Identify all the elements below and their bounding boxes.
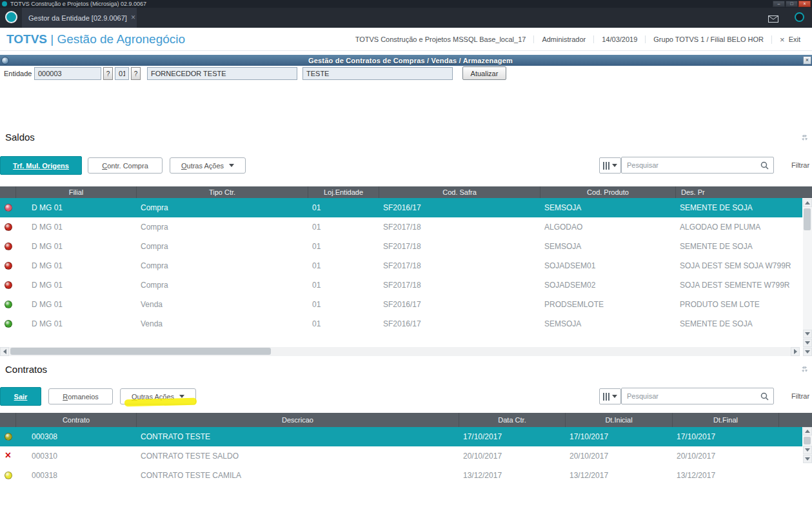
- h-scrollbar-thumb[interactable]: [10, 348, 271, 355]
- column-header-cod-safra[interactable]: Cod. Safra: [379, 186, 540, 198]
- cell-extra: [779, 427, 802, 446]
- contratos-table-header: Contrato Descricao Data Ctr. Dt.Inicial …: [0, 413, 812, 427]
- saldos-filter-link[interactable]: Filtrar: [791, 161, 809, 169]
- saldos-row[interactable]: D MG 01 Venda 01 SF2016/17 SEMSOJA SEMEN…: [0, 314, 802, 334]
- column-header[interactable]: [0, 186, 16, 198]
- saldos-settings-gear-icon[interactable]: [802, 135, 807, 141]
- chevron-down-icon: [612, 164, 617, 167]
- saldos-row[interactable]: D MG 01 Compra 01 SF2017/18 SEMSOJA SEME…: [0, 237, 802, 256]
- contratos-row[interactable]: 000318 CONTRATO TESTE CAMILA 13/12/2017 …: [0, 466, 802, 485]
- saldos-table-header: Filial Tipo Ctr. Loj.Entidade Cod. Safra…: [0, 186, 812, 198]
- scroll-left-button[interactable]: [0, 347, 9, 356]
- saldos-search-input[interactable]: [622, 161, 760, 169]
- saldos-outras-acoes-button[interactable]: Outras Ações: [170, 157, 246, 174]
- saldos-column-selector-button[interactable]: [599, 157, 621, 174]
- group-branch-label: Grupo TOTVS 1 / Filial BELO HOR: [645, 35, 771, 43]
- column-header-data-ctr[interactable]: Data Ctr.: [459, 413, 566, 427]
- contratos-settings-gear-icon[interactable]: [802, 366, 807, 372]
- scroll-end-button[interactable]: [803, 455, 812, 463]
- scroll-page-down-button[interactable]: [803, 339, 812, 347]
- mail-icon[interactable]: [768, 14, 778, 25]
- cell-produto: SEMSOJA: [540, 198, 676, 217]
- scroll-right-button[interactable]: [791, 347, 800, 356]
- store-lookup-button[interactable]: ?: [131, 67, 141, 80]
- store-code-field[interactable]: [115, 67, 129, 80]
- cell-produto: PRODSEMLOTE: [540, 295, 676, 314]
- status-icon: [5, 472, 12, 479]
- column-header[interactable]: [0, 413, 16, 427]
- scroll-down-button[interactable]: [803, 330, 812, 338]
- scroll-up-button[interactable]: [803, 199, 812, 207]
- status-cell: [0, 314, 16, 334]
- scroll-up-button[interactable]: [803, 427, 812, 435]
- contratos-search-input[interactable]: [622, 392, 760, 400]
- contratos-search-box: [621, 388, 774, 404]
- cell-contrato: 000308: [16, 427, 137, 446]
- trf-mul-origens-button[interactable]: Trf. Mul. Origens: [0, 156, 82, 175]
- column-header-dt-final[interactable]: Dt.Final: [673, 413, 779, 427]
- cell-descricao: SEMENTE DE SOJA: [676, 314, 802, 334]
- column-header[interactable]: [779, 413, 812, 427]
- contratos-vertical-scrollbar[interactable]: [803, 427, 812, 463]
- v-scrollbar-thumb[interactable]: [804, 208, 811, 230]
- entity-code-field[interactable]: [34, 67, 101, 80]
- cell-descricao: SEMENTE DE SOJA: [676, 237, 802, 256]
- cell-produto: SOJADSEM01: [540, 256, 676, 275]
- saldos-row[interactable]: D MG 01 Compra 01 SF2017/18 SOJADSEM01 S…: [0, 256, 802, 275]
- entity-short-name-field[interactable]: [302, 67, 453, 80]
- dialog-close-button[interactable]: ×: [803, 56, 811, 65]
- tab-close-icon[interactable]: ×: [131, 14, 135, 21]
- saldos-vertical-scrollbar[interactable]: [803, 199, 812, 356]
- contr-compra-button[interactable]: Contr. Compra: [88, 157, 163, 174]
- cell-loja: 01: [308, 314, 379, 334]
- saldos-row[interactable]: D MG 01 Venda 01 SF2016/17 PRODSEMLOTE P…: [0, 295, 802, 314]
- column-header-contrato[interactable]: Contrato: [16, 413, 137, 427]
- saldos-row[interactable]: D MG 01 Compra 01 SF2017/18 SOJADSEM02 S…: [0, 275, 802, 295]
- cell-dt-final: 20/10/2017: [673, 446, 779, 466]
- search-icon: [760, 392, 769, 401]
- status-icon: [5, 243, 12, 250]
- cell-filial: D MG 01: [16, 295, 137, 314]
- contratos-filter-link[interactable]: Filtrar: [791, 392, 809, 400]
- trf-mul-origens-label: Trf. Mul. Origens: [13, 162, 69, 170]
- romaneios-button[interactable]: Romaneios: [48, 388, 113, 404]
- cell-tipo: Compra: [137, 237, 308, 256]
- saldos-row[interactable]: D MG 01 Compra 01 SF2016/17 SEMSOJA SEME…: [0, 198, 802, 217]
- cell-extra: [779, 466, 802, 485]
- contratos-column-selector-button[interactable]: [599, 388, 621, 404]
- column-header-filial[interactable]: Filial: [16, 186, 137, 198]
- column-header-loj-entidade[interactable]: Loj.Entidade: [308, 186, 379, 198]
- window-controls: – □ ×: [773, 1, 811, 7]
- brand-divider: |: [50, 32, 54, 46]
- contratos-row[interactable]: 000310 CONTRATO TESTE SALDO 20/10/2017 2…: [0, 446, 802, 466]
- column-header-tipo-ctr[interactable]: Tipo Ctr.: [137, 186, 308, 198]
- saldos-horizontal-scrollbar[interactable]: [0, 347, 800, 356]
- cell-safra: SF2016/17: [379, 314, 540, 334]
- cell-descricao: CONTRATO TESTE SALDO: [137, 446, 459, 466]
- scroll-end-button[interactable]: [803, 348, 812, 356]
- v-scrollbar-thumb[interactable]: [804, 437, 811, 444]
- close-button[interactable]: ×: [798, 1, 811, 7]
- column-header-cod-produto[interactable]: Cod. Produto: [540, 186, 676, 198]
- status-cell: [0, 275, 16, 295]
- dialog-title: Gestão de Contratos de Compras / Vendas …: [9, 57, 812, 65]
- exit-button[interactable]: × Exit: [771, 35, 808, 44]
- entity-name-field[interactable]: [147, 67, 297, 80]
- sair-button[interactable]: Sair: [0, 387, 41, 406]
- column-header-des-produto[interactable]: Des. Pr: [676, 186, 812, 198]
- column-header-dt-inicial[interactable]: Dt.Inicial: [566, 413, 673, 427]
- tab-gestor-entidade[interactable]: Gestor da Entidade [02.9.0067] ×: [22, 8, 137, 28]
- contratos-row[interactable]: 000308 CONTRATO TESTE 17/10/2017 17/10/2…: [0, 427, 802, 446]
- maximize-button[interactable]: □: [786, 1, 798, 7]
- scroll-down-button[interactable]: [803, 446, 812, 454]
- cell-filial: D MG 01: [16, 198, 137, 217]
- saldos-outras-acoes-label: Outras Ações: [181, 162, 224, 170]
- update-button[interactable]: Atualizar: [462, 66, 506, 80]
- column-header-descricao[interactable]: Descricao: [137, 413, 459, 427]
- app-icon: [2, 1, 7, 6]
- saldos-row[interactable]: D MG 01 Compra 01 SF2017/18 ALGODAO ALGO…: [0, 217, 802, 237]
- connection-status-icon[interactable]: [795, 12, 804, 22]
- entity-lookup-button[interactable]: ?: [103, 67, 113, 80]
- minimize-button[interactable]: –: [773, 1, 785, 7]
- tab-bar: Gestor da Entidade [02.9.0067] ×: [0, 8, 812, 28]
